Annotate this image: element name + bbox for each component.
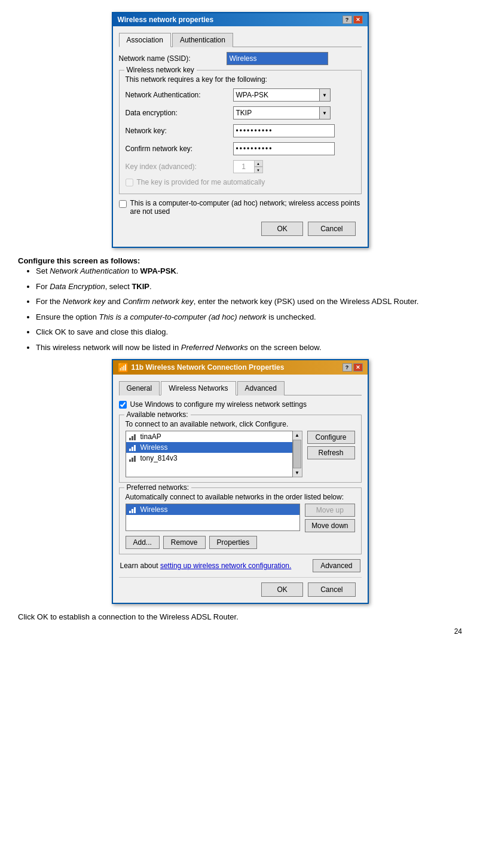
scroll-down-arrow[interactable]: ▼ <box>293 469 301 477</box>
use-windows-row: Use Windows to configure my wireless net… <box>119 400 362 409</box>
available-networks-group: Available networks: To connect to an ava… <box>119 415 362 483</box>
scroll-up-arrow[interactable]: ▲ <box>293 431 301 439</box>
auto-key-checkbox[interactable] <box>126 179 133 186</box>
use-windows-checkbox[interactable] <box>119 401 127 409</box>
bullet-3-italic2: Confirm network key <box>123 297 193 306</box>
svg-rect-3 <box>129 449 131 451</box>
learn-about-link[interactable]: setting up wireless network configuratio… <box>160 562 291 570</box>
network-key-row: Network key: <box>126 124 355 137</box>
dialog1-ok-button[interactable]: OK <box>261 222 303 236</box>
properties-button[interactable]: Properties <box>209 536 258 549</box>
preferred-networks-group: Preferred networks: Automatically connec… <box>119 487 362 554</box>
adhoc-label: This is a computer-to-computer (ad hoc) … <box>130 199 362 216</box>
dialog2-cancel-button[interactable]: Cancel <box>308 582 355 597</box>
data-encryption-row: Data encryption: TKIP ▼ <box>126 106 355 119</box>
svg-rect-10 <box>132 509 133 513</box>
available-side-buttons: Configure Refresh <box>307 431 355 477</box>
spinner-down[interactable]: ▼ <box>255 167 263 173</box>
advanced-button[interactable]: Advanced <box>313 559 360 572</box>
adhoc-checkbox[interactable] <box>119 200 127 208</box>
tab-association[interactable]: Association <box>119 33 171 47</box>
dialog2-footer: OK Cancel <box>119 577 362 597</box>
network-auth-value[interactable]: WPA-PSK <box>233 88 320 102</box>
learn-about-prefix: Learn about <box>120 562 160 570</box>
preferred-item-wireless[interactable]: Wireless <box>126 504 300 515</box>
bullet-4: Ensure the option This is a computer-to-… <box>36 311 462 323</box>
bullet-2-italic: Data Encryption <box>50 282 105 291</box>
data-encryption-select[interactable]: TKIP ▼ <box>233 106 331 119</box>
titlebar-controls: ? ✕ <box>343 16 363 24</box>
network-item-tony[interactable]: tony_814v3 <box>126 453 292 464</box>
network-name-input[interactable] <box>227 52 328 65</box>
dialog2-body: General Wireless Networks Advanced Use W… <box>113 375 368 603</box>
data-encryption-value[interactable]: TKIP <box>233 106 320 119</box>
network-key-label: Network key: <box>126 127 233 135</box>
dialog2-title: 11b Wireless Network Connection Properti… <box>132 363 285 372</box>
svg-rect-8 <box>134 456 136 462</box>
network-auth-label: Network Authentication: <box>126 91 233 99</box>
bullet-3: For the Network key and Confirm network … <box>36 296 462 308</box>
tab-wireless-networks[interactable]: Wireless Networks <box>161 381 236 395</box>
dialog1-cancel-button[interactable]: Cancel <box>308 222 355 236</box>
move-down-button[interactable]: Move down <box>305 519 354 532</box>
dialog2-close-button[interactable]: ✕ <box>353 363 363 372</box>
svg-rect-1 <box>132 436 133 440</box>
move-up-button[interactable]: Move up <box>305 504 354 517</box>
preferred-name-wireless: Wireless <box>140 505 168 514</box>
dialog1-titlebar: Wireless network properties ? ✕ <box>113 13 368 26</box>
add-button[interactable]: Add... <box>126 536 160 549</box>
auto-key-label: The key is provided for me automatically <box>137 178 265 186</box>
confirm-key-label: Confirm network key: <box>126 145 233 153</box>
preferred-networks-list: Wireless <box>126 504 301 531</box>
bullet-1: Set Network Authentication to WPA-PSK. <box>36 265 462 277</box>
data-encryption-arrow[interactable]: ▼ <box>320 106 331 119</box>
preferred-networks-label: Preferred networks: <box>124 483 192 492</box>
dialog2-ok-button[interactable]: OK <box>261 582 303 597</box>
confirm-key-row: Confirm network key: <box>126 142 355 155</box>
network-auth-select[interactable]: WPA-PSK ▼ <box>233 88 331 102</box>
tab-general[interactable]: General <box>119 381 160 395</box>
tab-advanced[interactable]: Advanced <box>237 381 285 395</box>
network-auth-arrow[interactable]: ▼ <box>320 88 331 102</box>
key-index-input[interactable] <box>233 160 255 173</box>
available-scrollbar[interactable]: ▲ ▼ <box>293 431 302 477</box>
close-button[interactable]: ✕ <box>353 16 363 24</box>
confirm-key-input[interactable] <box>233 142 335 155</box>
key-index-spinner[interactable]: ▲ ▼ <box>233 160 263 173</box>
tab-authentication[interactable]: Authentication <box>172 33 233 47</box>
svg-rect-6 <box>129 459 131 462</box>
available-desc: To connect to an available network, clic… <box>126 420 355 428</box>
available-networks-list: tinaAP Wireless tony_814v3 <box>126 431 293 477</box>
network-name-row: Network name (SSID): <box>119 52 362 65</box>
network-item-tinaap[interactable]: tinaAP <box>126 431 292 442</box>
key-description: This network requires a key for the foll… <box>126 75 355 84</box>
bullet-1-bold: WPA-PSK <box>140 266 176 275</box>
dialog1-tabs: Association Authentication <box>119 32 362 47</box>
network-name-tinaap: tinaAP <box>140 433 161 441</box>
network-key-input[interactable] <box>233 124 335 137</box>
dialog2-help-button[interactable]: ? <box>343 363 352 372</box>
network-auth-row: Network Authentication: WPA-PSK ▼ <box>126 88 355 102</box>
dialog2-titlebar: 📶 11b Wireless Network Connection Proper… <box>113 360 368 375</box>
use-windows-label: Use Windows to configure my wireless net… <box>130 400 307 409</box>
preferred-icon-wireless <box>129 505 138 514</box>
network-item-wireless[interactable]: Wireless <box>126 442 292 453</box>
key-index-row: Key index (advanced): ▲ ▼ <box>126 160 355 173</box>
scroll-thumb <box>293 440 301 468</box>
dialog1-title: Wireless network properties <box>118 16 214 24</box>
spinner-up[interactable]: ▲ <box>255 160 263 167</box>
dialog2-tabs: General Wireless Networks Advanced <box>119 381 362 395</box>
svg-rect-0 <box>129 438 131 440</box>
bullet-4-italic: This is a computer-to-computer (ad hoc) … <box>99 312 267 321</box>
preferred-desc: Automatically connect to available netwo… <box>126 493 355 501</box>
dialog1-body: Association Authentication Network name … <box>113 26 368 247</box>
available-networks-area: tinaAP Wireless tony_814v3 <box>126 431 355 477</box>
help-button[interactable]: ? <box>343 16 352 24</box>
wireless-network-properties-dialog: Wireless network properties ? ✕ Associat… <box>112 12 369 248</box>
configure-button[interactable]: Configure <box>307 431 355 444</box>
network-icon-tony <box>129 454 138 462</box>
footer-text: Click OK to establish a connection to th… <box>18 612 462 621</box>
remove-button[interactable]: Remove <box>163 536 206 549</box>
spinner-buttons: ▲ ▼ <box>255 160 263 173</box>
refresh-button[interactable]: Refresh <box>307 446 355 459</box>
